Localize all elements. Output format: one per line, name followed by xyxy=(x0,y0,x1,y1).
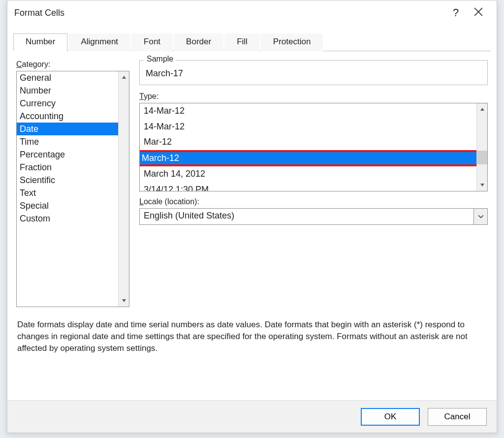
tab-protection[interactable]: Protection xyxy=(261,33,323,51)
svg-marker-2 xyxy=(122,76,126,79)
tab-strip: Number Alignment Font Border Fill Protec… xyxy=(13,33,491,51)
tab-border[interactable]: Border xyxy=(174,33,223,51)
category-listbox[interactable]: General Number Currency Accounting Date … xyxy=(16,71,129,307)
format-cells-dialog: Format Cells ? Number Alignment Font Bor… xyxy=(7,0,497,433)
category-item-general[interactable]: General xyxy=(17,71,118,84)
category-item-percentage[interactable]: Percentage xyxy=(17,148,118,161)
titlebar: Format Cells ? xyxy=(7,0,497,25)
chevron-up-icon xyxy=(122,75,126,80)
category-item-number[interactable]: Number xyxy=(17,84,118,97)
scroll-down-button[interactable] xyxy=(477,179,487,191)
right-column: Sample March-17 Type: 14-Mar-12 14-Mar-1… xyxy=(139,60,488,307)
chevron-down-icon xyxy=(478,214,484,219)
type-item-selected[interactable]: March-12 xyxy=(140,150,476,167)
tab-number[interactable]: Number xyxy=(13,33,67,51)
chevron-down-icon xyxy=(122,298,126,303)
tab-fill[interactable]: Fill xyxy=(224,33,260,51)
sample-fieldset: Sample March-17 xyxy=(139,60,488,85)
type-item[interactable]: 3/14/12 1:30 PM xyxy=(140,182,476,191)
close-button[interactable] xyxy=(467,1,490,24)
format-description: Date formats display date and time seria… xyxy=(7,319,497,354)
type-scrollbar[interactable] xyxy=(476,103,487,191)
category-items: General Number Currency Accounting Date … xyxy=(17,71,118,307)
dialog-title: Format Cells xyxy=(14,8,444,18)
scroll-thumb[interactable] xyxy=(477,151,487,165)
tab-font[interactable]: Font xyxy=(131,33,173,51)
type-label: Type: xyxy=(139,92,488,101)
ok-button[interactable]: OK xyxy=(361,408,420,426)
cancel-button[interactable]: Cancel xyxy=(428,408,487,426)
chevron-up-icon xyxy=(480,107,485,112)
type-item[interactable]: March 14, 2012 xyxy=(140,166,476,182)
locale-value: English (United States) xyxy=(140,209,473,224)
category-item-date[interactable]: Date xyxy=(17,123,118,135)
category-item-text[interactable]: Text xyxy=(17,187,118,199)
svg-marker-5 xyxy=(480,184,484,187)
chevron-down-icon xyxy=(480,183,485,188)
category-item-time[interactable]: Time xyxy=(17,135,118,148)
category-item-currency[interactable]: Currency xyxy=(17,97,118,110)
category-item-custom[interactable]: Custom xyxy=(17,212,118,225)
scroll-track[interactable] xyxy=(477,115,487,179)
scroll-down-button[interactable] xyxy=(119,295,129,307)
type-item[interactable]: Mar-12 xyxy=(140,134,476,150)
svg-marker-3 xyxy=(122,299,126,302)
tab-alignment[interactable]: Alignment xyxy=(68,33,130,51)
close-icon xyxy=(474,7,483,16)
locale-label: Locale (location): xyxy=(139,197,488,206)
type-item[interactable]: 14-Mar-12 xyxy=(140,119,476,135)
help-button[interactable]: ? xyxy=(444,1,467,24)
svg-marker-4 xyxy=(480,108,484,111)
category-item-accounting[interactable]: Accounting xyxy=(17,110,118,123)
dialog-footer: OK Cancel xyxy=(7,400,497,433)
scroll-track[interactable] xyxy=(119,83,129,295)
scroll-up-button[interactable] xyxy=(119,71,129,83)
type-listbox[interactable]: 14-Mar-12 14-Mar-12 Mar-12 March-12 Marc… xyxy=(139,103,488,191)
locale-dropdown[interactable]: English (United States) xyxy=(139,208,488,225)
category-item-scientific[interactable]: Scientific xyxy=(17,174,118,187)
type-item[interactable]: 14-Mar-12 xyxy=(140,103,476,119)
dialog-content: Category: General Number Currency Accoun… xyxy=(7,51,497,307)
category-label: Category: xyxy=(16,60,129,69)
category-item-fraction[interactable]: Fraction xyxy=(17,161,118,174)
category-section: Category: General Number Currency Accoun… xyxy=(16,60,129,307)
locale-dropdown-button[interactable] xyxy=(473,209,487,224)
scroll-up-button[interactable] xyxy=(477,103,487,115)
category-scrollbar[interactable] xyxy=(118,71,129,307)
sample-label: Sample xyxy=(144,55,176,63)
sample-value: March-17 xyxy=(145,66,482,80)
category-item-special[interactable]: Special xyxy=(17,199,118,212)
type-items: 14-Mar-12 14-Mar-12 Mar-12 March-12 Marc… xyxy=(140,103,476,191)
